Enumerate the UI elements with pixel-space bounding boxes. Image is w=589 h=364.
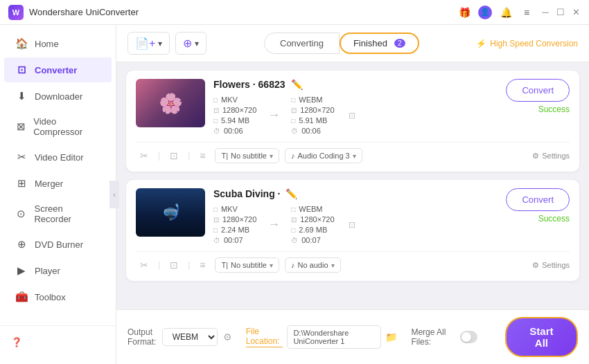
folder-icon[interactable]: 📁: [385, 331, 397, 343]
file-1-format-icon[interactable]: ⊡: [349, 111, 355, 120]
sidebar-item-toolbox[interactable]: 🧰 Toolbox: [4, 284, 112, 309]
gift-icon[interactable]: 🎁: [457, 6, 471, 19]
menu-icon[interactable]: ≡: [520, 6, 534, 19]
merge-label: Merge All Files:: [411, 327, 455, 347]
file-2-source-format: □ MKV ⊡ 1280×720 □ 2.24: [213, 205, 256, 244]
sidebar-item-converter[interactable]: ⊡ Converter: [4, 57, 112, 82]
minimize-button[interactable]: ─: [540, 8, 550, 17]
sidebar-item-merger[interactable]: ⊞ Merger: [4, 171, 112, 196]
file-1-edit-icon[interactable]: ✏️: [291, 79, 303, 90]
sidebar-label-video-compressor: Video Compressor: [33, 116, 100, 137]
target-dur-icon: ⏱: [291, 127, 298, 135]
file-2-bottom: ✂ | ⊡ | ≡ T| No subtitle ▾ ♪ No audio: [136, 251, 570, 273]
sidebar-bottom-help[interactable]: ❓: [0, 331, 116, 353]
target-res-icon: ⊡: [291, 107, 297, 114]
file-card-1-top: Flowers · 66823 ✏️ □ MKV: [136, 79, 570, 135]
audio-dropdown-2[interactable]: ♪ No audio ▾: [285, 257, 341, 273]
file-2-tgt-resolution: 1280×720: [300, 215, 334, 224]
file-card-2-top: Scuba Diving · ✏️ □ MKV: [136, 188, 570, 244]
file-1-actions: Convert Success: [506, 79, 570, 114]
file-1-tgt-size-row: □ 5.91 MB: [291, 116, 334, 125]
subtitle-chevron-icon-2: ▾: [270, 262, 273, 269]
file-2-convert-button[interactable]: Convert: [506, 188, 570, 211]
settings-button-2[interactable]: ⚙ Settings: [532, 261, 570, 270]
file-2-size-icon: □: [213, 226, 218, 234]
add-screen-label: ▾: [195, 39, 199, 48]
file-2-tgt-res-icon: ⊡: [291, 216, 297, 224]
maximize-button[interactable]: ☐: [556, 8, 565, 17]
file-2-edit-icon[interactable]: ✏️: [285, 188, 297, 199]
file-card-1: Flowers · 66823 ✏️ □ MKV: [126, 71, 579, 172]
high-speed-button[interactable]: ⚡ High Speed Conversion: [476, 39, 578, 48]
audio-icon-2: ♪: [291, 261, 295, 269]
file-2-actions: Convert Success: [506, 188, 570, 224]
output-format-select[interactable]: WEBM: [162, 328, 218, 346]
file-icon: □: [213, 96, 218, 104]
subtitle-value-1: No subtitle: [231, 152, 267, 160]
audio-icon: ♪: [291, 152, 295, 160]
gear-icon-1: ⚙: [532, 152, 539, 161]
audio-dropdown-1[interactable]: ♪ Audio Coding 3 ▾: [285, 148, 362, 163]
sidebar-item-video-editor[interactable]: ✂ Video Editor: [4, 145, 112, 170]
subtitle-icon-2: T|: [221, 261, 228, 269]
file-1-source-format: □ MKV ⊡ 1280×720 □ 5.94: [213, 95, 256, 135]
file-1-bottom: ✂ | ⊡ | ≡ T| No subtitle ▾ ♪ Audio Codin…: [136, 142, 570, 163]
cut-icon-2[interactable]: ✂: [136, 257, 152, 273]
file-2-tgt-format-row: □ WEBM: [291, 205, 334, 213]
toolbar-right: ⚡ High Speed Conversion: [476, 39, 578, 48]
file-location-label: File Location:: [246, 327, 283, 347]
app-title: Wondershare UniConverter: [29, 7, 139, 17]
sidebar-item-screen-recorder[interactable]: ⊙ Screen Recorder: [4, 197, 112, 230]
output-format-settings-icon[interactable]: ⚙: [223, 331, 232, 343]
file-2-src-format-row: □ MKV: [213, 205, 256, 213]
sidebar-item-player[interactable]: ▶ Player: [4, 258, 112, 283]
add-screen-button[interactable]: ⊕ ▾: [175, 32, 206, 55]
user-icon[interactable]: 👤: [478, 6, 492, 19]
add-files-icon: 📄+: [135, 37, 155, 50]
tab-finished[interactable]: Finished 2: [340, 33, 419, 54]
crop-icon-2[interactable]: ⊡: [166, 257, 182, 273]
sidebar-item-downloader[interactable]: ⬇ Downloader: [4, 84, 112, 109]
converter-icon: ⊡: [15, 64, 28, 76]
file-2-src-res-row: ⊡ 1280×720: [213, 215, 256, 224]
file-2-tgt-res-row: ⊡ 1280×720: [291, 215, 334, 224]
start-all-button[interactable]: Start All: [505, 317, 578, 357]
cut-icon-1[interactable]: ✂: [136, 148, 152, 163]
settings-icon-1[interactable]: ≡: [195, 148, 209, 163]
close-button[interactable]: ✕: [571, 8, 581, 17]
gear-icon-2: ⚙: [532, 261, 539, 270]
file-2-src-resolution: 1280×720: [222, 215, 256, 224]
merge-toggle[interactable]: [460, 331, 477, 343]
sidebar-collapse-button[interactable]: ‹: [109, 181, 119, 208]
lightning-icon: ⚡: [476, 39, 486, 48]
tab-converting[interactable]: Converting: [264, 33, 340, 54]
crop-icon-1[interactable]: ⊡: [166, 148, 182, 163]
settings-button-1[interactable]: ⚙ Settings: [532, 152, 570, 161]
settings-icon-2[interactable]: ≡: [195, 257, 209, 273]
bell-icon[interactable]: 🔔: [499, 6, 513, 19]
file-1-src-size-row: □ 5.94 MB: [213, 116, 256, 125]
sidebar-label-converter: Converter: [35, 65, 77, 75]
toolbar-center: Converting Finished 2: [264, 33, 419, 54]
file-1-convert-button[interactable]: Convert: [506, 79, 570, 102]
sep-2a: |: [158, 260, 160, 270]
subtitle-dropdown-1[interactable]: T| No subtitle ▾: [215, 148, 279, 163]
add-files-button[interactable]: 📄+ ▾: [128, 32, 170, 55]
sep-2b: |: [188, 260, 190, 270]
file-1-tgt-format-row: □ WEBM: [291, 95, 334, 104]
dvd-burner-icon: ⊕: [15, 238, 28, 251]
sidebar-item-home[interactable]: 🏠 Home: [4, 31, 112, 56]
file-2-tgt-file-icon: □: [291, 206, 295, 213]
sidebar-item-video-compressor[interactable]: ⊠ Video Compressor: [4, 110, 112, 143]
subtitle-dropdown-2[interactable]: T| No subtitle ▾: [215, 257, 279, 273]
file-2-format-icon[interactable]: ⊡: [349, 220, 355, 230]
audio-value-1: Audio Coding 3: [297, 152, 349, 160]
file-1-tgt-size: 5.91 MB: [299, 116, 327, 125]
file-2-tgt-format: WEBM: [299, 205, 322, 213]
file-1-src-dur-row: ⏱ 00:06: [213, 127, 256, 135]
file-1-status: Success: [538, 104, 570, 114]
file-1-src-size: 5.94 MB: [221, 116, 249, 125]
file-2-conversion-row: □ MKV ⊡ 1280×720 □ 2.24: [213, 205, 498, 244]
sidebar-item-dvd-burner[interactable]: ⊕ DVD Burner: [4, 232, 112, 257]
settings-label-2: Settings: [542, 261, 570, 269]
